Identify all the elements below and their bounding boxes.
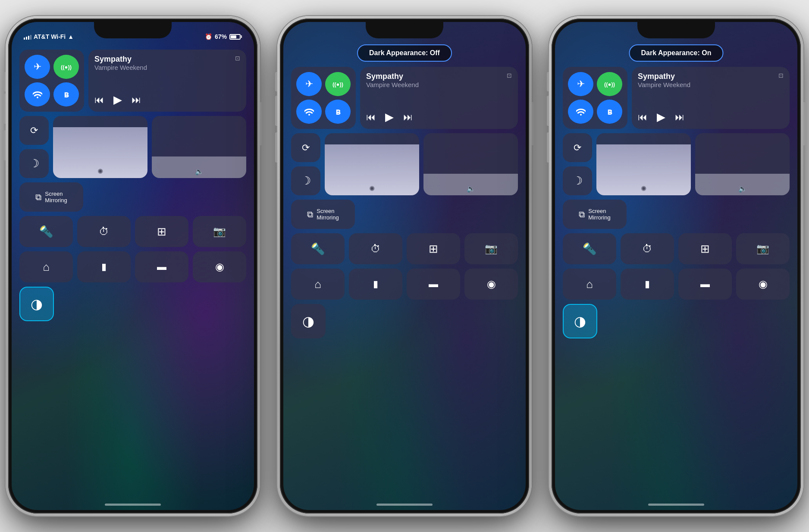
record-btn-2[interactable]: ◉ bbox=[464, 269, 518, 300]
airplane-btn-3[interactable]: ✈ bbox=[568, 72, 593, 96]
timer-btn-1[interactable]: ⏱ bbox=[77, 216, 131, 247]
icon-row-2-2: ⌂ ▮ ▬ ◉ bbox=[291, 269, 518, 300]
brightness-icon-2: ✺ bbox=[369, 185, 375, 193]
vol-up-button[interactable] bbox=[3, 94, 6, 124]
power-btn-3[interactable] bbox=[803, 102, 806, 145]
vol-down-2[interactable] bbox=[275, 132, 277, 163]
rotation-lock-1[interactable]: ⟳ bbox=[19, 116, 49, 145]
power-button[interactable] bbox=[260, 102, 262, 145]
flashlight-btn-1[interactable]: 🔦 bbox=[19, 216, 73, 247]
record-btn-1[interactable]: ◉ bbox=[193, 251, 246, 282]
prev-btn-1[interactable]: ⏮ bbox=[94, 94, 104, 106]
volume-slider-3[interactable]: 🔈 bbox=[695, 133, 790, 195]
calculator-btn-1[interactable]: ⊞ bbox=[135, 216, 188, 247]
camera-btn-3[interactable]: 📷 bbox=[736, 233, 790, 264]
flashlight-btn-3[interactable]: 🔦 bbox=[563, 233, 616, 264]
connectivity-block-1: ✈ ((●)) ʙ bbox=[19, 50, 84, 112]
cellular-btn-3[interactable]: ((●)) bbox=[597, 72, 622, 96]
top-section-2: ✈ ((●)) ʙ Sympathy Vampire Weekend ⊡ bbox=[291, 67, 518, 129]
airplay-icon-1[interactable]: ⊡ bbox=[235, 55, 240, 62]
media-block-3: Sympathy Vampire Weekend ⊡ ⏮ ▶ ⏭ bbox=[632, 67, 790, 129]
icon-row-2-3: ⌂ ▮ ▬ ◉ bbox=[563, 269, 790, 300]
volume-icon-2: 🔈 bbox=[467, 185, 475, 193]
vol-down-button[interactable] bbox=[3, 130, 6, 160]
record-btn-3[interactable]: ◉ bbox=[736, 269, 790, 300]
home-indicator-1 bbox=[105, 504, 161, 506]
rotation-lock-3[interactable]: ⟳ bbox=[563, 133, 592, 162]
mid-section-2: ⟳ ☽ ✺ 🔈 bbox=[291, 133, 518, 195]
signal-bar-1 bbox=[24, 38, 25, 40]
airplay-icon-3[interactable]: ⊡ bbox=[778, 72, 784, 79]
dark-banner-text-2: Dark Appearance: Off bbox=[369, 49, 440, 56]
next-btn-2[interactable]: ⏭ bbox=[403, 112, 413, 123]
wifi-btn-2[interactable] bbox=[296, 100, 322, 124]
airplay-icon-2[interactable]: ⊡ bbox=[507, 72, 512, 79]
play-btn-2[interactable]: ▶ bbox=[385, 110, 394, 124]
vol-up-3[interactable] bbox=[547, 96, 549, 126]
home-btn-1[interactable]: ⌂ bbox=[19, 251, 73, 282]
bluetooth-btn-2[interactable]: ʙ bbox=[325, 100, 351, 124]
power-btn-2[interactable] bbox=[532, 102, 534, 145]
remote-btn-3[interactable]: ▮ bbox=[621, 269, 674, 300]
brightness-slider-1[interactable]: ✺ bbox=[53, 116, 147, 178]
rotation-lock-2[interactable]: ⟳ bbox=[291, 133, 320, 162]
do-not-disturb-3[interactable]: ☽ bbox=[563, 166, 592, 195]
media-top-1: Sympathy Vampire Weekend ⊡ bbox=[94, 55, 240, 71]
calculator-btn-2[interactable]: ⊞ bbox=[407, 233, 460, 264]
do-not-disturb-1[interactable]: ☽ bbox=[19, 149, 49, 178]
flashlight-btn-2[interactable]: 🔦 bbox=[291, 233, 345, 264]
wallet-btn-3[interactable]: ▬ bbox=[678, 269, 732, 300]
next-btn-1[interactable]: ⏭ bbox=[132, 94, 141, 106]
screen-mirror-btn-1[interactable]: ⧉ Screen Mirroring bbox=[19, 182, 83, 212]
airplane-btn-2[interactable]: ✈ bbox=[296, 72, 322, 96]
wifi-btn-1[interactable] bbox=[25, 82, 50, 106]
wifi-btn-3[interactable] bbox=[568, 100, 593, 124]
play-btn-1[interactable]: ▶ bbox=[113, 93, 122, 106]
calculator-btn-3[interactable]: ⊞ bbox=[678, 233, 732, 264]
dark-contrast-btn-3[interactable]: ◑ bbox=[563, 304, 597, 338]
home-btn-2[interactable]: ⌂ bbox=[291, 269, 345, 300]
camera-btn-1[interactable]: 📷 bbox=[193, 216, 246, 247]
screen-mirror-btn-2[interactable]: ⧉ Screen Mirroring bbox=[291, 200, 355, 229]
top-section-3: ✈ ((●)) ʙ Sympathy Vampire Weekend ⊡ bbox=[563, 67, 790, 129]
prev-btn-2[interactable]: ⏮ bbox=[366, 112, 376, 123]
media-controls-3: ⏮ ▶ ⏭ bbox=[638, 110, 784, 124]
do-not-disturb-2[interactable]: ☽ bbox=[291, 166, 320, 195]
prev-btn-3[interactable]: ⏮ bbox=[638, 112, 647, 123]
wallet-btn-2[interactable]: ▬ bbox=[407, 269, 460, 300]
next-btn-3[interactable]: ⏭ bbox=[675, 112, 684, 123]
cellular-btn-2[interactable]: ((●)) bbox=[325, 72, 351, 96]
screen-mirror-label-1: Screen Mirroring bbox=[45, 191, 67, 203]
vol-up-2[interactable] bbox=[275, 96, 277, 126]
brightness-slider-3[interactable]: ✺ bbox=[596, 133, 691, 195]
brightness-slider-2[interactable]: ✺ bbox=[325, 133, 419, 195]
remote-btn-1[interactable]: ▮ bbox=[77, 251, 131, 282]
play-btn-3[interactable]: ▶ bbox=[657, 110, 665, 124]
dark-contrast-btn-2[interactable]: ◑ bbox=[291, 304, 326, 338]
bluetooth-btn-3[interactable]: ʙ bbox=[597, 100, 622, 124]
cellular-btn-1[interactable]: ((●)) bbox=[53, 55, 79, 79]
remote-btn-2[interactable]: ▮ bbox=[349, 269, 402, 300]
media-info-2: Sympathy Vampire Weekend bbox=[366, 72, 419, 88]
bluetooth-btn-1[interactable]: ʙ bbox=[53, 82, 79, 106]
status-right-1: ⏰ 67% bbox=[205, 33, 242, 40]
dark-contrast-btn-1[interactable]: ◑ bbox=[19, 287, 54, 321]
screen-mirror-text-1: Screen bbox=[45, 191, 67, 197]
mid-left-3: ⟳ ☽ bbox=[563, 133, 592, 195]
volume-slider-2[interactable]: 🔈 bbox=[423, 133, 518, 195]
silent-switch-3[interactable] bbox=[547, 72, 549, 91]
wallet-btn-1[interactable]: ▬ bbox=[135, 251, 188, 282]
screen-mirror-btn-3[interactable]: ⧉ Screen Mirroring bbox=[563, 200, 627, 229]
sm-text1-3: Screen bbox=[588, 208, 610, 214]
airplane-btn-1[interactable]: ✈ bbox=[25, 55, 50, 79]
volume-slider-1[interactable]: 🔈 bbox=[152, 116, 246, 178]
vol-down-3[interactable] bbox=[547, 132, 549, 163]
silent-switch[interactable] bbox=[3, 72, 6, 91]
silent-switch-2[interactable] bbox=[275, 72, 277, 91]
home-btn-3[interactable]: ⌂ bbox=[563, 269, 616, 300]
timer-btn-2[interactable]: ⏱ bbox=[349, 233, 402, 264]
battery-tip-1 bbox=[241, 35, 242, 38]
camera-btn-2[interactable]: 📷 bbox=[464, 233, 518, 264]
icon-row-2-1: ⌂ ▮ ▬ ◉ bbox=[19, 251, 246, 282]
timer-btn-3[interactable]: ⏱ bbox=[621, 233, 674, 264]
